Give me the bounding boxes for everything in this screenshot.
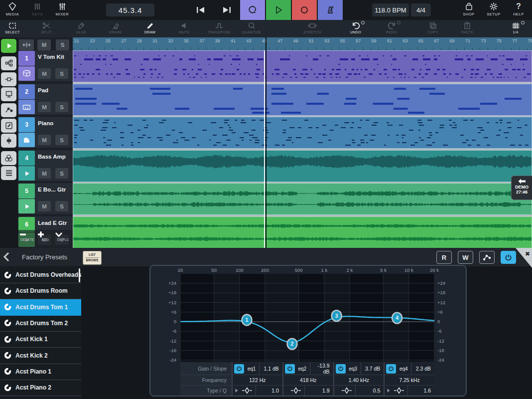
master-mute-button[interactable]: M [37, 39, 51, 50]
track-instrument-icon[interactable] [18, 166, 35, 181]
track-row-2[interactable]: 2PadMS [18, 84, 73, 115]
track-number[interactable]: 1 [18, 51, 35, 66]
time-signature-display[interactable]: 4/4 [411, 3, 431, 16]
automation-write-button[interactable]: W [458, 251, 473, 264]
fx-button[interactable] [1, 151, 16, 165]
freq-cell-eq1[interactable]: 122 Hz [232, 375, 282, 385]
track-number[interactable]: 4 [18, 151, 35, 166]
monitor-button[interactable] [1, 87, 16, 101]
track-solo-button[interactable]: S [55, 68, 68, 79]
q-value[interactable]: 1.0 [256, 386, 282, 396]
record-button[interactable] [292, 0, 317, 20]
filter-type-button[interactable] [338, 387, 355, 394]
track-name[interactable]: E Bo... Gtr [38, 187, 72, 193]
gain-value[interactable]: 2.3 dB [411, 363, 434, 375]
preset-item[interactable]: Acst Kick 2 [0, 348, 81, 364]
list-scrollbar[interactable] [79, 268, 80, 282]
track-instrument-icon[interactable] [18, 66, 35, 81]
track-name[interactable]: Pad [38, 87, 72, 93]
close-icon[interactable]: ✖ [525, 250, 530, 257]
preset-item[interactable]: Acst Piano 2 [0, 380, 81, 396]
automation-curve-button[interactable] [479, 251, 495, 264]
track-row-5[interactable]: 5E Bo... GtrMS [18, 183, 73, 214]
draw-tool[interactable]: DRAW [134, 21, 166, 34]
redo-button[interactable]: REDO [376, 21, 407, 34]
preset-item[interactable]: Acst Drums Tom 2 [0, 315, 81, 332]
clip-track-5[interactable] [73, 183, 532, 215]
gain-value[interactable]: 1.1 dB [259, 363, 282, 375]
master-solo-button[interactable]: S [56, 39, 69, 50]
play-button[interactable] [266, 0, 291, 20]
setup-button[interactable]: SETUP [481, 1, 506, 16]
playhead[interactable] [266, 37, 266, 248]
list-browser-toggle[interactable]: LIST BROWS [83, 251, 102, 265]
loop-button[interactable] [240, 0, 265, 20]
media-button[interactable]: MEDIA [0, 1, 25, 16]
band-power-button[interactable] [234, 364, 244, 374]
edit-button[interactable] [1, 119, 16, 133]
back-button[interactable] [3, 252, 14, 263]
copy-button[interactable]: COPY [417, 21, 449, 34]
eq-node-4[interactable]: 4 [392, 313, 402, 324]
track-number[interactable]: 3 [18, 117, 35, 132]
track-play-button[interactable] [1, 39, 16, 53]
preset-item[interactable]: Acst Drums Overheads [0, 267, 81, 283]
shop-button[interactable]: SHOP [456, 1, 481, 16]
menu-button[interactable] [1, 166, 16, 180]
gain-cell-eq3[interactable]: eq33.7 dB [333, 363, 384, 375]
eq-node-2[interactable]: 2 [287, 339, 297, 350]
bpm-display[interactable]: 118.0 BPM [372, 3, 409, 16]
clip-track-1[interactable] [73, 50, 532, 82]
routing-button[interactable] [1, 56, 16, 70]
track-name[interactable]: Piano [38, 120, 72, 126]
fader-button[interactable] [1, 134, 16, 148]
track-solo-button[interactable]: S [55, 102, 68, 112]
grid-snap-button[interactable]: 1/4 [500, 21, 532, 34]
freq-cell-eq4[interactable]: 7.25 kHz [384, 375, 434, 385]
timeline-ruler[interactable]: 2123252729313335373941434547495153555759… [73, 37, 532, 50]
q-value[interactable]: 1.9 [304, 386, 333, 396]
gain-value[interactable]: 3.7 dB [361, 363, 384, 375]
skip-back-button[interactable] [191, 0, 211, 20]
freq-cell-eq3[interactable]: 1.40 kHz [333, 375, 384, 385]
track-solo-button[interactable]: S [55, 168, 68, 179]
gain-cell-eq4[interactable]: eq42.3 dB [384, 363, 434, 375]
track-mute-button[interactable]: M [38, 135, 51, 145]
mixer-button[interactable]: MIXER [50, 1, 75, 16]
type-q-cell-eq4[interactable]: 1.6 [384, 386, 434, 396]
track-mute-button[interactable]: M [38, 68, 51, 79]
stretch-tool[interactable]: STRETCH [296, 21, 328, 34]
band-power-button[interactable] [386, 364, 396, 374]
preset-item[interactable]: Acst Kick 1 [0, 331, 81, 348]
track-number[interactable]: 2 [18, 84, 35, 99]
gain-cell-eq1[interactable]: eq11.1 dB [232, 363, 282, 375]
select-tool[interactable]: SELECT [0, 21, 28, 34]
eq-graph[interactable]: 1234 [180, 274, 434, 362]
duplicate-track-button[interactable]: DUPLC [55, 231, 72, 241]
track-instrument-icon[interactable] [18, 199, 35, 213]
q-value[interactable]: 1.6 [407, 386, 434, 396]
split-tool[interactable]: SPLIT [30, 21, 62, 34]
track-row-4[interactable]: 4Bass AmpMS [18, 150, 73, 181]
gain-cell-eq2[interactable]: eq2-13.9 dB [282, 363, 333, 375]
track-name[interactable]: Bass Amp [38, 154, 72, 160]
track-name[interactable]: V Tom Kit [38, 54, 72, 60]
type-q-cell-eq1[interactable]: 1.0 [232, 386, 282, 396]
track-row-1[interactable]: 1V Tom KitMS [18, 50, 73, 81]
add-track-button[interactable]: ADD [37, 231, 54, 241]
track-instrument-icon[interactable] [18, 100, 35, 114]
undo-button[interactable]: UNDO [340, 21, 372, 34]
track-collapse-button[interactable] [19, 39, 34, 50]
track-solo-button[interactable]: S [55, 201, 68, 211]
preset-item[interactable]: Acst Piano 1 [0, 364, 81, 380]
automation-button[interactable] [1, 103, 16, 117]
glue-tool[interactable]: GLUE [65, 21, 97, 34]
paste-button[interactable]: PASTE [451, 21, 483, 34]
track-mute-button[interactable]: M [38, 168, 51, 179]
filter-type-button[interactable] [287, 387, 304, 394]
eq-power-button[interactable] [501, 251, 516, 264]
track-number[interactable]: 5 [18, 184, 35, 199]
transpose-tool[interactable]: TRANSPOSE [203, 21, 235, 34]
clip-track-6[interactable] [73, 216, 532, 248]
keys-button[interactable]: KEYS [25, 1, 50, 16]
